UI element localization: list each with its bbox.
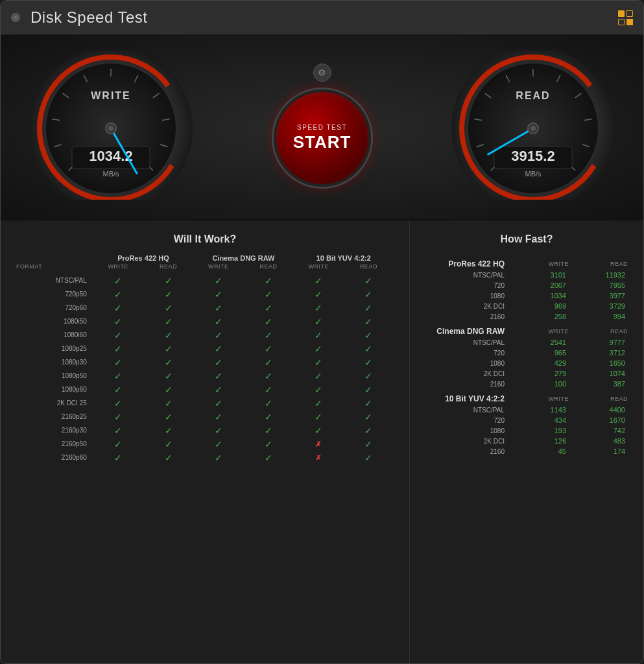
check-cell: ✗ — [294, 451, 344, 464]
check-cell: ✓ — [344, 369, 394, 383]
format-cell: 2160p30 — [16, 423, 93, 437]
check-cell: ✓ — [243, 301, 293, 314]
table-row: 1080p50✓✓✓✓✓✓ — [16, 369, 394, 383]
fast-data-row: 1080193742 — [425, 425, 628, 436]
yuv-write-label: WRITE — [294, 263, 344, 274]
svg-text:MB/s: MB/s — [525, 170, 542, 178]
check-cell: ✓ — [243, 396, 293, 410]
fast-write-cell: 279 — [510, 368, 569, 379]
check-cell: ✓ — [294, 355, 344, 369]
check-cell: ✓ — [143, 301, 193, 314]
fast-read-cell: 1670 — [569, 415, 628, 425]
check-cell: ✓ — [243, 314, 293, 328]
fast-write-cell: 2067 — [510, 280, 569, 290]
check-cell: ✓ — [193, 396, 243, 410]
check-cell: ✓ — [143, 451, 193, 464]
check-cell: ✓ — [193, 274, 243, 287]
fast-group-name: 10 Bit YUV 4:2:2 — [425, 389, 510, 405]
brand-logo — [613, 10, 633, 25]
check-cell: ✓ — [93, 328, 143, 342]
fast-write-cell: 2541 — [510, 337, 569, 348]
fast-write-cell: 100 — [510, 379, 569, 389]
table-row: 1080i50✓✓✓✓✓✓ — [16, 314, 394, 328]
check-cell: ✓ — [243, 410, 293, 423]
format-cell: 1080i60 — [16, 328, 93, 342]
format-cell: 720p50 — [16, 287, 93, 301]
gear-icon: ⚙ — [318, 67, 326, 78]
fast-format-cell: 2K DCI — [425, 301, 510, 311]
fast-format-cell: NTSC/PAL — [425, 270, 510, 280]
check-cell: ✓ — [143, 437, 193, 451]
format-cell: 1080p30 — [16, 355, 93, 369]
check-cell: ✓ — [193, 437, 243, 451]
table-row: 1080i60✓✓✓✓✓✓ — [16, 328, 394, 342]
fast-format-cell: 720 — [425, 348, 510, 358]
yuv-read-label: READ — [344, 263, 394, 274]
fast-format-cell: 2160 — [425, 379, 510, 389]
work-table-sub-header: FORMAT WRITE READ WRITE READ WRITE READ — [16, 263, 394, 274]
fast-write-cell: 45 — [510, 446, 569, 456]
format-cell: 1080i50 — [16, 314, 93, 328]
group-yuv-label: 10 Bit YUV 4:2:2 — [294, 254, 394, 263]
check-cell: ✓ — [344, 437, 394, 451]
svg-text:READ: READ — [516, 90, 550, 101]
format-cell: 2K DCI 25 — [16, 396, 93, 410]
table-row: 2160p25✓✓✓✓✓✓ — [16, 410, 394, 423]
check-cell: ✓ — [93, 287, 143, 301]
fast-read-cell: 11932 — [569, 270, 628, 280]
check-cell: ✓ — [344, 301, 394, 314]
fast-data-row: 72020677955 — [425, 280, 628, 290]
check-cell: ✓ — [193, 423, 243, 437]
check-cell: ✓ — [93, 369, 143, 383]
fast-write-cell: 258 — [510, 311, 569, 322]
check-cell: ✓ — [93, 301, 143, 314]
check-cell: ✓ — [344, 383, 394, 396]
check-cell: ✓ — [243, 287, 293, 301]
fast-group-header: 10 Bit YUV 4:2:2WRITEREAD — [425, 389, 628, 405]
title-bar: × Disk Speed Test — [1, 1, 643, 35]
fast-write-cell: 434 — [510, 415, 569, 425]
fast-write-header: WRITE — [510, 322, 569, 337]
check-cell: ✓ — [143, 274, 193, 287]
check-cell: ✓ — [243, 342, 293, 355]
close-button[interactable]: × — [11, 13, 20, 22]
gauge-section: WRITE 1034.2 MB/s ⚙ SPEED TEST START — [1, 35, 643, 220]
check-cell: ✓ — [193, 410, 243, 423]
how-fast-title: How Fast? — [425, 233, 628, 245]
table-row: 720p50✓✓✓✓✓✓ — [16, 287, 394, 301]
fast-read-cell: 387 — [569, 379, 628, 389]
fast-read-cell: 9777 — [569, 337, 628, 348]
fast-read-cell: 483 — [569, 436, 628, 446]
fast-data-row: 2160258994 — [425, 311, 628, 322]
check-cell: ✓ — [294, 369, 344, 383]
table-row: 2160p60✓✓✓✓✗✓ — [16, 451, 394, 464]
format-col-label: FORMAT — [16, 263, 93, 274]
settings-button[interactable]: ⚙ — [313, 64, 331, 82]
check-cell: ✓ — [344, 423, 394, 437]
check-cell: ✓ — [143, 396, 193, 410]
check-cell: ✓ — [193, 287, 243, 301]
check-cell: ✓ — [93, 423, 143, 437]
check-cell: ✓ — [344, 287, 394, 301]
check-cell: ✓ — [243, 451, 293, 464]
check-cell: ✓ — [294, 287, 344, 301]
brand-sq-1 — [618, 10, 625, 17]
how-fast-panel: How Fast? ProRes 422 HQWRITEREADNTSC/PAL… — [410, 220, 643, 663]
check-cell: ✓ — [243, 274, 293, 287]
check-cell: ✓ — [344, 328, 394, 342]
check-cell: ✓ — [143, 369, 193, 383]
fast-format-cell: NTSC/PAL — [425, 405, 510, 415]
check-cell: ✓ — [93, 342, 143, 355]
svg-text:WRITE: WRITE — [91, 90, 131, 101]
check-cell: ✓ — [294, 328, 344, 342]
check-cell: ✓ — [193, 314, 243, 328]
check-cell: ✓ — [243, 369, 293, 383]
fast-format-cell: 1080 — [425, 425, 510, 436]
check-cell: ✓ — [193, 355, 243, 369]
brand-sq-4 — [626, 19, 633, 25]
fast-table: ProRes 422 HQWRITEREADNTSC/PAL3101119327… — [425, 254, 628, 456]
check-cell: ✓ — [143, 383, 193, 396]
start-button[interactable]: SPEED TEST START — [274, 89, 371, 187]
check-cell: ✓ — [344, 355, 394, 369]
fast-write-header: WRITE — [510, 389, 569, 405]
